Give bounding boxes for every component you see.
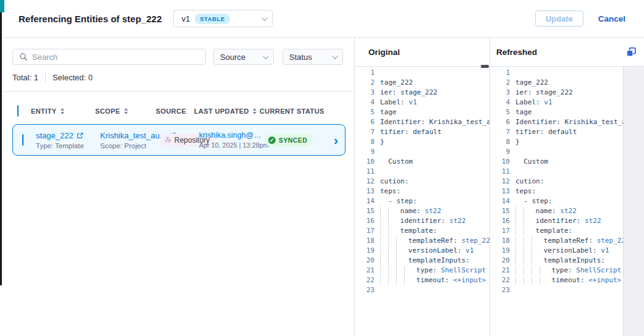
code-line: 20 templateInputs:	[490, 256, 644, 266]
line-number: 15	[355, 206, 375, 216]
code-line: 10 Custom	[355, 157, 489, 167]
code-line: 17 template:	[355, 226, 489, 236]
indent-guide-icon	[523, 207, 532, 216]
code-segment: - step:	[380, 197, 417, 205]
refreshed-yaml-panel: Refreshed 12tage_2223ier: stage_2224Labe…	[489, 38, 644, 336]
indent-guide-icon	[380, 266, 388, 275]
copy-icon	[626, 47, 637, 57]
line-number: 10	[355, 157, 375, 167]
code-text: ier: stage_222	[375, 88, 489, 98]
code-segment: Label:	[380, 98, 409, 106]
code-segment: teps:	[380, 187, 400, 195]
line-number: 6	[355, 117, 375, 127]
code-segment: Identifier: Krishika_test_aut	[380, 118, 489, 126]
code-segment: - step:	[515, 197, 553, 205]
refreshed-code-editor[interactable]: 12tage_2223ier: stage_2224Label: v15tage…	[490, 67, 644, 295]
indent-guide-icon	[404, 276, 412, 285]
line-number: 16	[490, 216, 510, 226]
code-line: 7tifier: default	[490, 127, 644, 137]
code-line: 11	[490, 167, 644, 177]
code-segment: v1	[544, 98, 552, 106]
page-edge-background-strip	[0, 12, 2, 285]
version-select[interactable]: v1 STABLE	[173, 10, 273, 27]
vertical-scrollbar-gutter[interactable]	[623, 67, 644, 336]
line-number: 22	[355, 275, 375, 285]
column-header-current-status: CURRENT STATUS	[260, 107, 329, 115]
code-line: 15 name: st22	[355, 206, 489, 216]
search-input[interactable]	[32, 52, 199, 62]
chevron-down-icon	[263, 53, 269, 59]
code-segment: v1	[601, 246, 609, 254]
code-text: }	[375, 137, 489, 147]
status-badge-label: SYNCED	[279, 136, 307, 144]
code-line: 1	[355, 68, 489, 78]
scope-link[interactable]: Krishika_test_au...	[100, 131, 166, 140]
code-text: teps:	[375, 187, 489, 196]
external-link-icon	[77, 132, 83, 139]
column-header-scope[interactable]: SCOPE	[95, 107, 156, 115]
updated-by-link[interactable]: krishika.singh@harnes...	[199, 131, 262, 140]
code-line: 9	[490, 147, 644, 157]
line-number: 8	[355, 137, 375, 147]
indent-guide-icon	[396, 276, 404, 285]
code-text	[375, 285, 489, 295]
code-segment: Custom	[515, 158, 548, 166]
indent-guide-icon	[396, 266, 404, 275]
search-icon	[19, 52, 28, 61]
code-text: tage_222	[375, 78, 489, 88]
indent-guide-icon	[388, 246, 396, 255]
original-code-editor[interactable]: 12tage_2223ier: stage_2224Label: v15tage…	[355, 67, 489, 295]
line-number: 2	[490, 78, 510, 88]
page-title: Referencing Entities of step_222	[19, 14, 162, 24]
cancel-button[interactable]: Cancel	[598, 14, 625, 23]
code-segment: timeout:	[548, 276, 588, 284]
code-text: Identifier: Krishika_test_aut	[375, 117, 489, 127]
code-text: cution:	[375, 177, 489, 187]
code-text	[375, 147, 489, 157]
code-segment: ier: stage_222	[380, 88, 438, 96]
indent-guide-icon	[380, 227, 388, 235]
code-line: 16 identifier: st22	[355, 216, 489, 226]
modal-body: Source Status Total: 1 Selected: 0 ENTIT…	[0, 38, 644, 336]
code-line: 3ier: stage_222	[490, 88, 644, 98]
indent-guide-icon	[523, 237, 532, 245]
indent-guide-icon	[396, 237, 404, 245]
column-header-entity[interactable]: ENTITY	[31, 107, 95, 115]
source-filter-dropdown[interactable]: Source	[213, 49, 274, 65]
code-text: timeout: <+input>	[375, 275, 489, 285]
code-segment: templateInputs:	[540, 256, 605, 264]
code-segment: identifier:	[532, 217, 585, 225]
repository-icon	[164, 136, 171, 143]
code-segment: identifier:	[396, 217, 449, 225]
line-number: 6	[490, 117, 510, 127]
table-row[interactable]: stage_222 Type: Template Krishika_test_a…	[12, 124, 345, 156]
code-segment: tifier: default	[515, 128, 577, 136]
line-number: 21	[490, 266, 510, 275]
horizontal-scrollbar-thumb[interactable]	[481, 65, 489, 68]
code-line: 20 templateInputs:	[355, 256, 489, 266]
code-line: 22 timeout: <+input>	[355, 275, 489, 285]
copy-button[interactable]	[626, 47, 637, 57]
indent-guide-icon	[515, 266, 523, 275]
entity-link[interactable]: stage_222	[36, 131, 74, 140]
list-toolbar: Source Status	[12, 49, 343, 65]
indent-guide-icon	[388, 256, 396, 265]
select-all-checkbox[interactable]	[17, 105, 19, 117]
code-line: 9	[355, 147, 489, 157]
yaml-diff-section: Original 12tage_2223ier: stage_2224Label…	[354, 38, 644, 336]
row-checkbox[interactable]	[22, 134, 23, 146]
code-line: 23	[355, 285, 489, 295]
code-segment: Identifier: Krishika_test_aut	[515, 118, 634, 126]
code-line: 15 name: st22	[490, 206, 644, 216]
code-line: 12cution:	[355, 177, 489, 187]
code-text: Custom	[375, 157, 489, 167]
code-segment: timeout:	[412, 276, 453, 284]
status-filter-dropdown[interactable]: Status	[282, 49, 343, 65]
line-number: 7	[355, 127, 375, 137]
code-segment: }	[380, 138, 384, 146]
code-text	[375, 68, 489, 78]
code-segment: tage_222	[515, 78, 548, 86]
chevron-right-icon[interactable]: ›	[334, 133, 347, 146]
column-header-last-updated[interactable]: LAST UPDATED	[194, 107, 260, 115]
update-button[interactable]: Update	[535, 10, 583, 27]
